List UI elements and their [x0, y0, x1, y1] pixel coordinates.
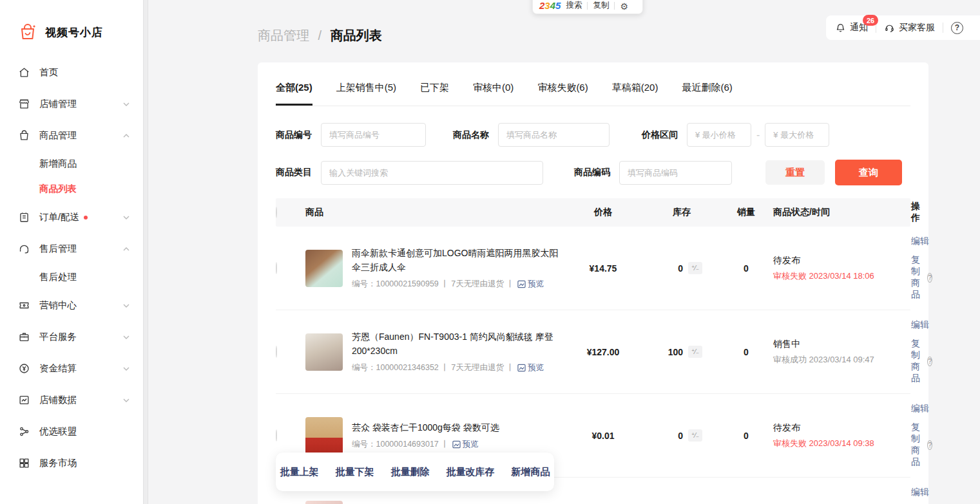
row-checkbox[interactable] — [276, 346, 277, 358]
notifications-button[interactable]: 通知 26 — [835, 22, 868, 33]
toolbar-search-button[interactable]: 搜索 — [566, 0, 582, 11]
sidebar-subitem-product-list[interactable]: 商品列表 — [0, 176, 143, 201]
chevron-down-icon — [122, 365, 130, 373]
sidebar-item-aftersales-management[interactable]: 售后管理 — [0, 233, 143, 265]
category-input[interactable] — [321, 161, 543, 185]
sidebar-item-service-market[interactable]: 服务市场 — [0, 447, 143, 479]
bulk-off-shelf-button[interactable]: 批量下架 — [327, 466, 383, 478]
sidebar-item-shop-management[interactable]: 店铺管理 — [0, 88, 143, 120]
sidebar-item-label: 优选联盟 — [39, 425, 77, 438]
sidebar-item-shop-data[interactable]: 店铺数据 — [0, 384, 143, 416]
preview-link[interactable]: 预览 — [517, 362, 544, 373]
help-icon[interactable]: ? — [927, 357, 932, 366]
chevron-up-icon — [122, 132, 130, 140]
tab-review-failed[interactable]: 审核失败(6) — [537, 82, 588, 106]
product-name-input[interactable] — [498, 123, 610, 147]
home-icon — [18, 66, 30, 79]
tab-off-shelf[interactable]: 已下架 — [420, 82, 449, 106]
row-checkbox[interactable] — [276, 262, 277, 274]
sidebar-item-label: 首页 — [39, 66, 58, 79]
sidebar-item-home[interactable]: 首页 — [0, 57, 143, 88]
search-button[interactable]: 查询 — [835, 160, 902, 185]
row-checkbox[interactable] — [276, 429, 277, 442]
product-code-input[interactable] — [619, 161, 732, 185]
copy-product-link[interactable]: 复制商品? — [911, 254, 932, 301]
bulk-on-shelf-button[interactable]: 批量上架 — [272, 466, 327, 478]
toolbar-copy-button[interactable]: 复制 — [593, 0, 609, 11]
status-text: 销售中 — [773, 339, 911, 350]
headset-icon — [884, 23, 895, 33]
stock-edit-icon[interactable]: ⁺⁄₋ — [688, 429, 702, 442]
app-title: 视频号小店 — [45, 25, 103, 40]
sidebar-item-preferred-alliance[interactable]: 优选联盟 — [0, 416, 143, 447]
copy-product-link[interactable]: 复制商品? — [911, 422, 932, 468]
sidebar-item-label: 营销中心 — [39, 299, 77, 312]
product-meta: 编号：10000021590959 丨 7天无理由退货 丨 — [352, 279, 514, 290]
tab-on-sale[interactable]: 上架销售中(5) — [336, 82, 396, 106]
breadcrumb: 商品管理 / 商品列表 — [258, 27, 382, 44]
product-id-input[interactable] — [321, 123, 426, 147]
chevron-down-icon — [122, 214, 130, 221]
product-name: 芸众 袋装杏仁干1000g每袋 袋数可选 — [352, 421, 499, 435]
reset-button[interactable]: 重置 — [765, 160, 825, 185]
table-row: 芳恩（Faunen）FN-T9003-1 简约风尚貂绒毯 摩登 200*230c… — [276, 310, 910, 394]
bulk-edit-stock-button[interactable]: 批量改库存 — [438, 466, 503, 478]
col-product: 商品 — [305, 207, 568, 218]
table-row: 雨伞新款卡通创意可加LOGO晴雨遮阳两用黑胶太阳伞三折成人伞 编号：100000… — [276, 227, 910, 310]
status-text: 待发布 — [773, 255, 911, 266]
edit-link[interactable]: 编辑 — [911, 487, 929, 498]
tab-recently-deleted[interactable]: 最近删除(6) — [682, 82, 732, 106]
product-thumbnail — [305, 250, 343, 287]
help-icon[interactable]: ? — [927, 440, 932, 450]
tab-drafts[interactable]: 草稿箱(20) — [612, 82, 658, 106]
chevron-down-icon — [122, 100, 130, 108]
sidebar-item-platform-services[interactable]: 平台服务 — [0, 321, 143, 353]
sidebar-scrollbar[interactable] — [143, 0, 148, 504]
select-all-checkbox[interactable] — [276, 207, 277, 218]
max-price-input[interactable] — [765, 123, 829, 147]
preview-link[interactable]: 预览 — [517, 279, 544, 290]
divider — [943, 23, 943, 33]
sidebar-menu: 首页 店铺管理 商品管理 新增商品 商品列表 订单/配送 — [0, 57, 143, 479]
min-price-input[interactable] — [687, 123, 751, 147]
edit-link[interactable]: 编辑 — [911, 236, 929, 247]
stock-edit-icon[interactable]: ⁺⁄₋ — [688, 346, 702, 358]
sidebar-item-marketing-center[interactable]: 营销中心 — [0, 290, 143, 321]
tab-all[interactable]: 全部(25) — [276, 82, 312, 106]
breadcrumb-parent[interactable]: 商品管理 — [258, 28, 309, 42]
copy-product-link[interactable]: 复制商品? — [911, 338, 932, 384]
buyer-service-button[interactable]: 买家客服 — [884, 22, 935, 33]
status-tabs: 全部(25) 上架销售中(5) 已下架 审核中(0) 审核失败(6) 草稿箱(2… — [276, 62, 910, 106]
sidebar-item-orders-delivery[interactable]: 订单/配送 — [0, 201, 143, 233]
edit-link[interactable]: 编辑 — [911, 403, 929, 415]
sidebar-subitem-label: 新增商品 — [39, 158, 77, 170]
sidebar-item-label: 服务市场 — [39, 457, 77, 469]
product-thumbnail — [305, 417, 343, 454]
range-dash: - — [756, 129, 760, 141]
preview-link[interactable]: 预览 — [452, 439, 479, 450]
stock-edit-icon[interactable]: ⁺⁄₋ — [688, 262, 702, 274]
2345-logo: 2345 — [539, 0, 561, 11]
sidebar-item-label: 店铺数据 — [39, 394, 77, 406]
price-value: ¥127.00 — [568, 347, 638, 357]
help-icon[interactable]: ? — [951, 22, 963, 34]
browser-extension-toolbar: 2345 搜索 复制 ⚙ — [532, 0, 643, 14]
chevron-down-icon — [122, 333, 130, 341]
help-icon[interactable]: ? — [927, 273, 932, 283]
sidebar-item-funds-settlement[interactable]: 资金结算 — [0, 353, 143, 384]
sidebar-subitem-aftersales-handling[interactable]: 售后处理 — [0, 265, 143, 290]
filter-form: 商品编号 商品名称 价格区间 - 商品类目 商品编码 重置 查询 — [276, 106, 910, 185]
gear-icon[interactable]: ⚙ — [620, 2, 628, 11]
product-id-label: 商品编号 — [276, 129, 312, 141]
sales-value: 0 — [719, 347, 773, 357]
bell-icon — [835, 23, 846, 33]
sidebar-subitem-add-product[interactable]: 新增商品 — [0, 151, 143, 176]
chevron-down-icon — [122, 397, 130, 404]
sidebar-item-product-management[interactable]: 商品管理 — [0, 120, 143, 151]
edit-link[interactable]: 编辑 — [911, 319, 929, 331]
tab-under-review[interactable]: 审核中(0) — [473, 82, 514, 106]
buyer-service-label: 买家客服 — [899, 22, 935, 33]
sidebar-item-label: 平台服务 — [39, 331, 77, 343]
add-product-button[interactable]: 新增商品 — [503, 466, 559, 478]
bulk-delete-button[interactable]: 批量删除 — [383, 466, 438, 478]
